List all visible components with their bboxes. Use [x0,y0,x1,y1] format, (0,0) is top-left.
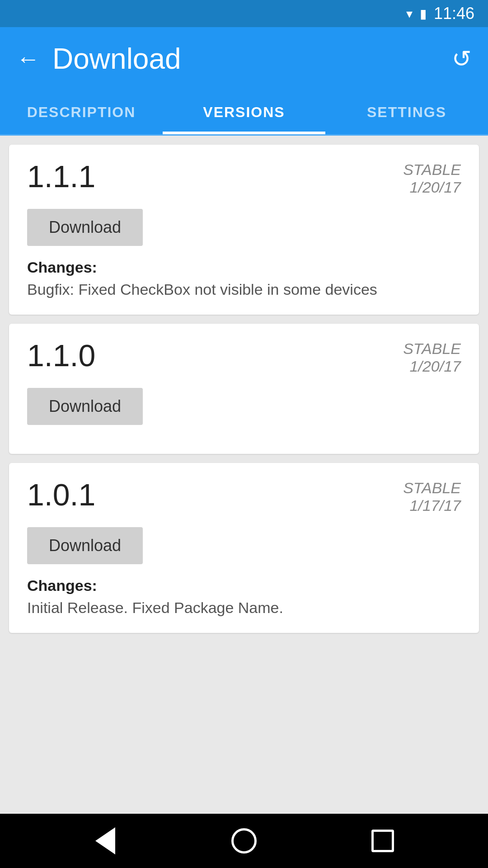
recents-nav-icon [371,830,394,852]
bottom-nav [0,814,488,868]
version-channel-1: STABLE [403,161,461,179]
version-header-3: 1.0.1 STABLE 1/17/17 [27,479,461,514]
battery-icon: ▮ [420,6,427,21]
status-time: 11:46 [434,4,474,23]
tab-versions-label: VERSIONS [203,104,285,121]
version-meta-1: STABLE 1/20/17 [403,161,461,196]
home-nav-button[interactable] [226,823,262,859]
version-number-1: 1.1.1 [27,161,95,192]
tab-versions[interactable]: VERSIONS [163,90,325,134]
version-header-1: 1.1.1 STABLE 1/20/17 [27,161,461,196]
tab-description[interactable]: DESCRIPTION [0,90,163,134]
changes-label-3: Changes: [27,577,461,594]
tab-bar: DESCRIPTION VERSIONS SETTINGS [0,90,488,136]
version-meta-2: STABLE 1/20/17 [403,340,461,375]
version-card-2: 1.1.0 STABLE 1/20/17 Download [9,324,479,454]
version-header-2: 1.1.0 STABLE 1/20/17 [27,340,461,375]
back-button[interactable]: ← [16,45,40,72]
version-channel-3: STABLE [403,479,461,497]
home-nav-icon [231,828,257,854]
status-icons: ▾ ▮ 11:46 [406,4,474,23]
download-button-3[interactable]: Download [27,527,143,564]
back-icon: ← [16,45,40,72]
back-nav-icon [95,827,115,854]
page-title: Download [52,42,452,75]
recents-nav-button[interactable] [365,823,401,859]
refresh-button[interactable]: ↺ [452,45,472,72]
version-date-1: 1/20/17 [403,179,461,196]
version-meta-3: STABLE 1/17/17 [403,479,461,514]
changes-text-1: Bugfix: Fixed CheckBox not visible in so… [27,281,461,298]
version-card-3: 1.0.1 STABLE 1/17/17 Download Changes: I… [9,463,479,633]
version-date-3: 1/17/17 [403,497,461,514]
status-bar: ▾ ▮ 11:46 [0,0,488,27]
content-area: 1.1.1 STABLE 1/20/17 Download Changes: B… [0,136,488,642]
version-channel-2: STABLE [403,340,461,358]
app-bar: ← Download ↺ [0,27,488,90]
download-button-1[interactable]: Download [27,209,143,246]
changes-label-1: Changes: [27,259,461,276]
tab-settings-label: SETTINGS [367,104,446,121]
version-date-2: 1/20/17 [403,358,461,375]
version-card-1: 1.1.1 STABLE 1/20/17 Download Changes: B… [9,145,479,315]
refresh-icon: ↺ [452,46,472,72]
changes-text-3: Initial Release. Fixed Package Name. [27,599,461,617]
wifi-icon: ▾ [406,6,413,21]
tab-settings[interactable]: SETTINGS [325,90,488,134]
version-number-2: 1.1.0 [27,340,95,371]
download-button-2[interactable]: Download [27,388,143,425]
tab-description-label: DESCRIPTION [27,104,136,121]
version-number-3: 1.0.1 [27,479,95,510]
back-nav-button[interactable] [87,823,123,859]
